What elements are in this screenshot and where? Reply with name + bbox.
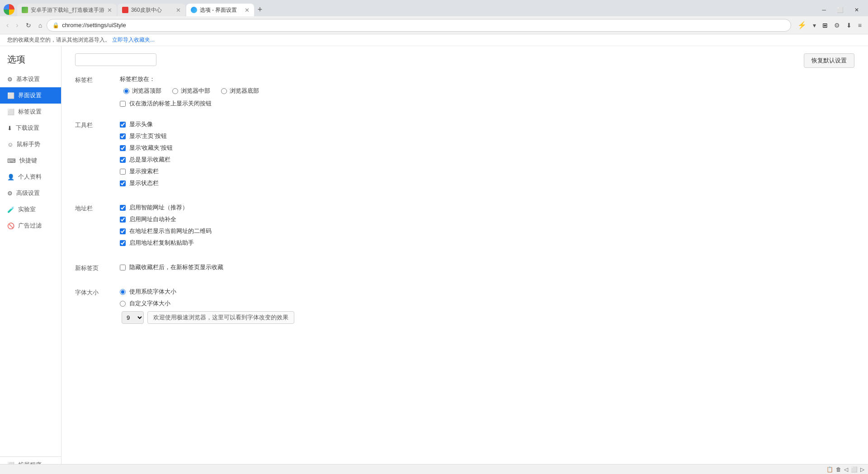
tabbar-top-radio[interactable] <box>123 88 129 94</box>
toolbar-avatar-label: 显示头像 <box>129 120 153 128</box>
addressbar-smart-checkbox[interactable] <box>120 205 126 211</box>
new-tab-button[interactable]: + <box>255 5 265 14</box>
content-area: 恢复默认设置 标签栏 标签栏放在： 浏览器顶部 浏览器中部 <box>61 46 868 473</box>
lab-icon: 🧪 <box>7 206 14 213</box>
addressbar-autocomplete-checkbox[interactable] <box>120 217 126 223</box>
sidebar-item-advanced[interactable]: ⚙ 高级设置 <box>0 185 61 201</box>
toolbar-fav-checkbox[interactable] <box>120 145 126 151</box>
sidebar-item-download[interactable]: ⬇ 下载设置 <box>0 120 61 136</box>
toolbar-search-option[interactable]: 显示搜索栏 <box>120 167 173 175</box>
newtab-hide-fav-checkbox[interactable] <box>120 265 126 270</box>
fontsize-system-option[interactable]: 使用系统字体大小 <box>120 288 294 296</box>
tabbar-position-group: 浏览器顶部 浏览器中部 浏览器底部 <box>123 87 259 95</box>
sidebar-item-ui[interactable]: ⬜ 界面设置 <box>0 87 61 104</box>
fontsize-custom-option[interactable]: 自定义字体大小 <box>120 299 294 308</box>
adblock-icon: 🚫 <box>7 223 14 229</box>
content-header: 恢复默认设置 <box>75 53 854 68</box>
sidebar-item-basic[interactable]: ⚙ 基本设置 <box>0 71 61 87</box>
lock-icon: 🔒 <box>52 22 59 28</box>
maximize-button[interactable]: ⬜ <box>831 4 849 16</box>
fontsize-system-radio[interactable] <box>120 289 126 295</box>
toolbar-home-checkbox[interactable] <box>120 133 126 139</box>
minimize-button[interactable]: ─ <box>816 4 831 16</box>
tab-settings[interactable]: 选项 - 界面设置 ✕ <box>186 4 254 16</box>
tabbar-middle-radio[interactable] <box>172 88 178 94</box>
tabbar-top-option[interactable]: 浏览器顶部 <box>123 87 161 95</box>
sidebar-item-lab[interactable]: 🧪 实验室 <box>0 201 61 218</box>
back-button[interactable]: ‹ <box>4 19 11 31</box>
tabbar-bottom-radio[interactable] <box>221 88 227 94</box>
nav-bar: ‹ › ↻ ⌂ 🔒 chrome://settings/uiStyle ⚡ ▾ … <box>0 16 868 34</box>
fontsize-select[interactable]: 9 10 11 12 13 14 <box>122 311 144 324</box>
sidebar-item-shortcut[interactable]: ⌨ 快捷键 <box>0 152 61 169</box>
advanced-icon: ⚙ <box>7 190 13 197</box>
tabbar-middle-option[interactable]: 浏览器中部 <box>172 87 210 95</box>
sidebar-item-profile-label: 个人资料 <box>18 173 42 181</box>
address-text[interactable]: chrome://settings/uiStyle <box>62 22 785 28</box>
toolbar-search-checkbox[interactable] <box>120 169 126 175</box>
addressbar-content: 启用智能网址（推荐） 启用网址自动补全 在地址栏显示当前网址的二维码 启用地址栏… <box>120 204 212 251</box>
sidebar-item-shortcut-label: 快捷键 <box>19 156 37 165</box>
sidebar-item-download-label: 下载设置 <box>16 124 39 132</box>
tabbar-close-option[interactable]: 仅在激活的标签上显示关闭按钮 <box>120 100 259 108</box>
windows-button[interactable]: ⊞ <box>820 20 830 31</box>
tab-android[interactable]: 安卓手游下载站_打造极速手游 ✕ <box>17 4 117 16</box>
sidebar-item-adblock[interactable]: 🚫 广告过滤 <box>0 218 61 234</box>
tabbar-close-label: 仅在激活的标签上显示关闭按钮 <box>129 100 212 108</box>
toolbar-favbar-option[interactable]: 总是显示收藏栏 <box>120 156 173 164</box>
menu-button[interactable]: ⚙ <box>831 20 843 31</box>
toolbar-fav-option[interactable]: 显示'收藏夹'按钮 <box>120 144 173 152</box>
addressbar-qrcode-checkbox[interactable] <box>120 228 126 234</box>
toolbar-content: 显示头像 显示'主页'按钮 显示'收藏夹'按钮 总是显示收藏栏 显示搜索栏 <box>120 120 173 191</box>
toolbar-avatar-checkbox[interactable] <box>120 122 126 128</box>
addressbar-label: 地址栏 <box>75 204 109 251</box>
addressbar-qrcode-option[interactable]: 在地址栏显示当前网址的二维码 <box>120 227 212 235</box>
status-icon-1: 📋 <box>826 466 833 473</box>
fontsize-controls: 9 10 11 12 13 14 欢迎使用极速浏览器，这里可以看到字体改变的效果 <box>122 311 294 324</box>
newtab-hide-fav-option[interactable]: 隐藏收藏栏后，在新标签页显示收藏 <box>120 263 223 271</box>
expand-button[interactable]: ▾ <box>810 20 819 31</box>
address-bar[interactable]: 🔒 chrome://settings/uiStyle <box>47 19 791 32</box>
sidebar-item-profile[interactable]: 👤 个人资料 <box>0 169 61 185</box>
tab-360[interactable]: 360皮肤中心 ✕ <box>118 4 185 16</box>
search-input[interactable] <box>75 53 156 66</box>
tabbar-close-checkbox[interactable] <box>120 101 126 107</box>
forward-button[interactable]: › <box>13 19 21 31</box>
tab-360-close[interactable]: ✕ <box>176 7 181 14</box>
tab-settings-close[interactable]: ✕ <box>245 7 250 14</box>
close-button[interactable]: ✕ <box>849 4 864 16</box>
sidebar-item-tab[interactable]: ⬜ 标签设置 <box>0 104 61 120</box>
toolbar-home-option[interactable]: 显示'主页'按钮 <box>120 132 173 140</box>
lightning-button[interactable]: ⚡ <box>795 19 809 31</box>
nav-right: ⚡ ▾ ⊞ ⚙ ⬇ ≡ <box>795 19 864 31</box>
restore-default-button[interactable]: 恢复默认设置 <box>804 53 854 68</box>
toolbar-label: 工具栏 <box>75 120 109 191</box>
home-nav-button[interactable]: ⌂ <box>36 20 45 31</box>
download-icon: ⬇ <box>7 125 12 132</box>
toolbar-status-checkbox[interactable] <box>120 180 126 186</box>
fontsize-section: 字体大小 使用系统字体大小 自定义字体大小 9 10 11 12 13 <box>75 288 854 324</box>
sidebar-item-advanced-label: 高级设置 <box>16 189 40 197</box>
refresh-button[interactable]: ↻ <box>23 20 34 31</box>
toolbar-avatar-option[interactable]: 显示头像 <box>120 120 173 128</box>
sidebar-item-basic-label: 基本设置 <box>16 75 40 83</box>
download-button[interactable]: ⬇ <box>844 20 854 31</box>
ui-icon: ⬜ <box>7 92 14 99</box>
toolbar-status-option[interactable]: 显示状态栏 <box>120 179 173 187</box>
toolbar-search-label: 显示搜索栏 <box>129 167 159 175</box>
more-button[interactable]: ≡ <box>855 20 864 31</box>
tab-android-close[interactable]: ✕ <box>107 7 112 14</box>
addressbar-autocomplete-option[interactable]: 启用网址自动补全 <box>120 215 212 223</box>
addressbar-smart-option[interactable]: 启用智能网址（推荐） <box>120 204 212 212</box>
tabbar-bottom-option[interactable]: 浏览器底部 <box>221 87 259 95</box>
tab-settings-favicon <box>191 7 197 13</box>
newtab-label: 新标签页 <box>75 263 109 275</box>
addressbar-paste-checkbox[interactable] <box>120 240 126 246</box>
tab-settings-label: 选项 - 界面设置 <box>200 6 242 14</box>
info-bar-link[interactable]: 立即导入收藏夹... <box>112 36 155 44</box>
addressbar-paste-option[interactable]: 启用地址栏复制粘贴助手 <box>120 239 212 247</box>
fontsize-custom-radio[interactable] <box>120 301 126 307</box>
sidebar-item-mouse[interactable]: ☺ 鼠标手势 <box>0 136 61 152</box>
toolbar-favbar-checkbox[interactable] <box>120 157 126 163</box>
main-layout: 选项 ⚙ 基本设置 ⬜ 界面设置 ⬜ 标签设置 ⬇ 下载设置 ☺ 鼠标手势 ⌨ <box>0 46 868 473</box>
